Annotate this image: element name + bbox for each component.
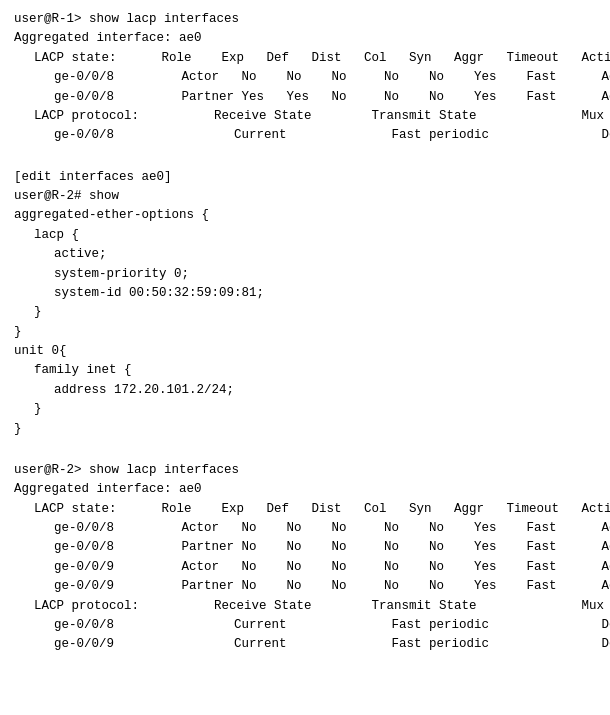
terminal-line: aggregated-ether-options { <box>14 206 596 225</box>
terminal-line: ge-0/0/9 Actor No No No No No Yes Fast A… <box>14 558 596 577</box>
terminal-line: user@R-2# show <box>14 187 596 206</box>
terminal-line: active; <box>14 245 596 264</box>
terminal-line: LACP protocol: Receive State Transmit St… <box>14 597 596 616</box>
terminal-line: } <box>14 400 596 419</box>
terminal-line: family inet { <box>14 361 596 380</box>
terminal-block-section2: [edit interfaces ae0]user@R-2# showaggre… <box>14 168 596 439</box>
terminal-line: system-id 00:50:32:59:09:81; <box>14 284 596 303</box>
terminal-line: user@R-1> show lacp interfaces <box>14 10 596 29</box>
terminal-block-section3: user@R-2> show lacp interfacesAggregated… <box>14 461 596 655</box>
terminal-line: unit 0{ <box>14 342 596 361</box>
terminal-line: ge-0/0/8 Current Fast periodic Detached <box>14 126 596 145</box>
terminal-line: system-priority 0; <box>14 265 596 284</box>
terminal-line: ge-0/0/8 Partner No No No No No Yes Fast… <box>14 538 596 557</box>
terminal-line: ge-0/0/8 Actor No No No No No Yes Fast A… <box>14 519 596 538</box>
terminal-line: ge-0/0/8 Partner Yes Yes No No No Yes Fa… <box>14 88 596 107</box>
terminal-line: LACP state: Role Exp Def Dist Col Syn Ag… <box>14 500 596 519</box>
terminal-line: ge-0/0/8 Actor No No No No No Yes Fast A… <box>14 68 596 87</box>
terminal-line: } <box>14 323 596 342</box>
terminal-line: } <box>14 420 596 439</box>
terminal-line: LACP state: Role Exp Def Dist Col Syn Ag… <box>14 49 596 68</box>
spacer <box>14 154 596 168</box>
terminal-line: user@R-2> show lacp interfaces <box>14 461 596 480</box>
terminal-block-section1: user@R-1> show lacp interfacesAggregated… <box>14 10 596 146</box>
terminal-line: lacp { <box>14 226 596 245</box>
terminal-container: user@R-1> show lacp interfacesAggregated… <box>14 10 596 655</box>
terminal-line: ge-0/0/9 Current Fast periodic Detached <box>14 635 596 654</box>
terminal-line: ge-0/0/8 Current Fast periodic Detached <box>14 616 596 635</box>
terminal-line: Aggregated interface: ae0 <box>14 480 596 499</box>
terminal-line: address 172.20.101.2/24; <box>14 381 596 400</box>
spacer <box>14 447 596 461</box>
terminal-line: LACP protocol: Receive State Transmit St… <box>14 107 596 126</box>
terminal-line: Aggregated interface: ae0 <box>14 29 596 48</box>
terminal-line: } <box>14 303 596 322</box>
terminal-line: [edit interfaces ae0] <box>14 168 596 187</box>
terminal-line: ge-0/0/9 Partner No No No No No Yes Fast… <box>14 577 596 596</box>
